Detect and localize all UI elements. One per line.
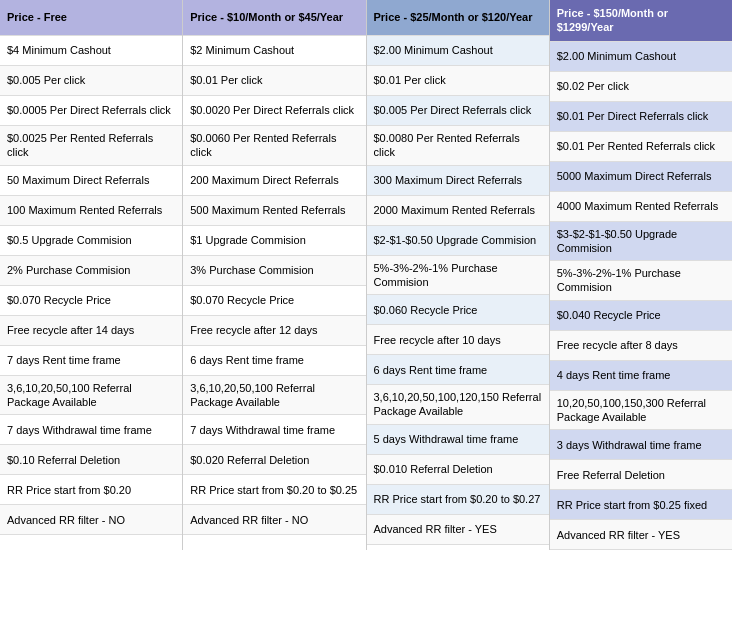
cell-col1-row5: 50 Maximum Direct Referrals	[0, 166, 182, 196]
cell-col3-row6: 2000 Maximum Rented Referrals	[367, 196, 549, 226]
pricing-column-2: Price - $10/Month or $45/Year$2 Minimum …	[183, 0, 366, 550]
pricing-table: Price - Free$4 Minimum Cashout$0.005 Per…	[0, 0, 732, 550]
cell-col3-row5: 300 Maximum Direct Referrals	[367, 166, 549, 196]
cell-col2-row9: $0.070 Recycle Price	[183, 286, 365, 316]
cell-col3-row8: 5%-3%-2%-1% Purchase Commision	[367, 256, 549, 296]
column-header-1: Price - Free	[0, 0, 182, 36]
cell-col4-row4: $0.01 Per Rented Referrals click	[550, 132, 732, 162]
cell-col1-row13: 7 days Withdrawal time frame	[0, 415, 182, 445]
cell-col4-row6: 4000 Maximum Rented Referrals	[550, 192, 732, 222]
cell-col2-row8: 3% Purchase Commision	[183, 256, 365, 286]
cell-col4-row14: Free Referral Deletion	[550, 460, 732, 490]
cell-col3-row9: $0.060 Recycle Price	[367, 295, 549, 325]
cell-col3-row14: $0.010 Referral Deletion	[367, 455, 549, 485]
cell-col3-row1: $2.00 Minimum Cashout	[367, 36, 549, 66]
cell-col3-row3: $0.005 Per Direct Referrals click	[367, 96, 549, 126]
cell-col4-row10: Free recycle after 8 days	[550, 331, 732, 361]
cell-col1-row1: $4 Minimum Cashout	[0, 36, 182, 66]
cell-col2-row7: $1 Upgrade Commision	[183, 226, 365, 256]
cell-col1-row12: 3,6,10,20,50,100 Referral Package Availa…	[0, 376, 182, 416]
pricing-column-1: Price - Free$4 Minimum Cashout$0.005 Per…	[0, 0, 183, 550]
cell-col3-row11: 6 days Rent time frame	[367, 355, 549, 385]
cell-col4-row2: $0.02 Per click	[550, 72, 732, 102]
cell-col1-row7: $0.5 Upgrade Commision	[0, 226, 182, 256]
cell-col1-row3: $0.0005 Per Direct Referrals click	[0, 96, 182, 126]
cell-col4-row16: Advanced RR filter - YES	[550, 520, 732, 550]
cell-col1-row2: $0.005 Per click	[0, 66, 182, 96]
cell-col1-row15: RR Price start from $0.20	[0, 475, 182, 505]
cell-col1-row9: $0.070 Recycle Price	[0, 286, 182, 316]
cell-col3-row13: 5 days Withdrawal time frame	[367, 425, 549, 455]
cell-col3-row15: RR Price start from $0.20 to $0.27	[367, 485, 549, 515]
cell-col4-row11: 4 days Rent time frame	[550, 361, 732, 391]
cell-col1-row4: $0.0025 Per Rented Referrals click	[0, 126, 182, 166]
column-header-3: Price - $25/Month or $120/Year	[367, 0, 549, 36]
cell-col2-row16: Advanced RR filter - NO	[183, 505, 365, 535]
cell-col4-row5: 5000 Maximum Direct Referrals	[550, 162, 732, 192]
cell-col4-row9: $0.040 Recycle Price	[550, 301, 732, 331]
cell-col3-row12: 3,6,10,20,50,100,120,150 Referral Packag…	[367, 385, 549, 425]
cell-col2-row10: Free recycle after 12 days	[183, 316, 365, 346]
cell-col1-row10: Free recycle after 14 days	[0, 316, 182, 346]
cell-col3-row2: $0.01 Per click	[367, 66, 549, 96]
cell-col4-row13: 3 days Withdrawal time frame	[550, 430, 732, 460]
column-header-4: Price - $150/Month or $1299/Year	[550, 0, 732, 42]
cell-col4-row3: $0.01 Per Direct Referrals click	[550, 102, 732, 132]
cell-col1-row11: 7 days Rent time frame	[0, 346, 182, 376]
cell-col1-row8: 2% Purchase Commision	[0, 256, 182, 286]
cell-col2-row11: 6 days Rent time frame	[183, 346, 365, 376]
cell-col1-row16: Advanced RR filter - NO	[0, 505, 182, 535]
cell-col3-row4: $0.0080 Per Rented Referrals click	[367, 126, 549, 166]
cell-col2-row2: $0.01 Per click	[183, 66, 365, 96]
cell-col1-row6: 100 Maximum Rented Referrals	[0, 196, 182, 226]
cell-col2-row15: RR Price start from $0.20 to $0.25	[183, 475, 365, 505]
pricing-column-3: Price - $25/Month or $120/Year$2.00 Mini…	[367, 0, 550, 550]
cell-col2-row12: 3,6,10,20,50,100 Referral Package Availa…	[183, 376, 365, 416]
cell-col2-row13: 7 days Withdrawal time frame	[183, 415, 365, 445]
cell-col4-row7: $3-$2-$1-$0.50 Upgrade Commision	[550, 222, 732, 262]
cell-col3-row7: $2-$1-$0.50 Upgrade Commision	[367, 226, 549, 256]
cell-col2-row5: 200 Maximum Direct Referrals	[183, 166, 365, 196]
cell-col3-row16: Advanced RR filter - YES	[367, 515, 549, 545]
cell-col2-row4: $0.0060 Per Rented Referrals click	[183, 126, 365, 166]
cell-col4-row15: RR Price start from $0.25 fixed	[550, 490, 732, 520]
column-header-2: Price - $10/Month or $45/Year	[183, 0, 365, 36]
cell-col1-row14: $0.10 Referral Deletion	[0, 445, 182, 475]
cell-col2-row14: $0.020 Referral Deletion	[183, 445, 365, 475]
cell-col2-row1: $2 Minimum Cashout	[183, 36, 365, 66]
cell-col4-row12: 10,20,50,100,150,300 Referral Package Av…	[550, 391, 732, 431]
cell-col2-row6: 500 Maximum Rented Referrals	[183, 196, 365, 226]
cell-col2-row3: $0.0020 Per Direct Referrals click	[183, 96, 365, 126]
cell-col4-row8: 5%-3%-2%-1% Purchase Commision	[550, 261, 732, 301]
cell-col4-row1: $2.00 Minimum Cashout	[550, 42, 732, 72]
cell-col3-row10: Free recycle after 10 days	[367, 325, 549, 355]
pricing-column-4: Price - $150/Month or $1299/Year$2.00 Mi…	[550, 0, 732, 550]
